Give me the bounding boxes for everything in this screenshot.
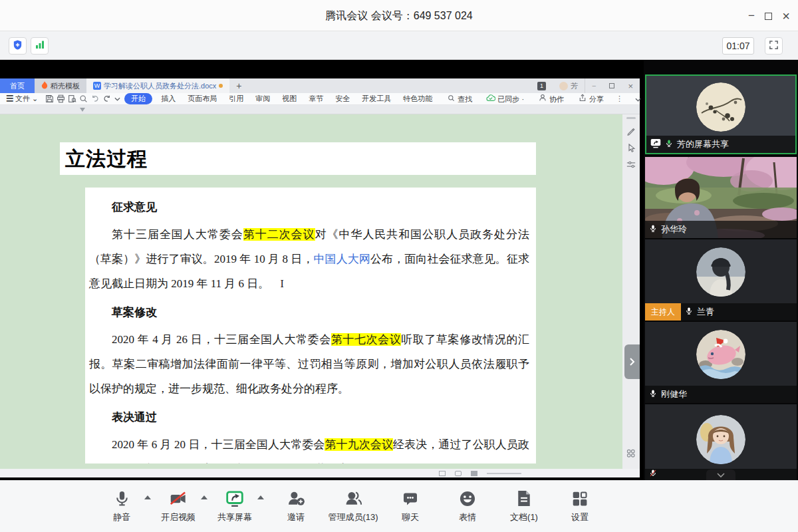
menu-synced[interactable]: 已同步 · [478,93,530,104]
wps-restore-button[interactable] [602,78,621,93]
flame-icon [41,81,48,90]
invite-button[interactable]: 邀请 [266,487,326,523]
undo-icon[interactable] [90,94,100,104]
invite-icon [266,487,326,507]
section-heading: 草案修改 [89,303,529,322]
share-options-caret[interactable] [257,495,264,499]
menu-tab-security[interactable]: 安全 [329,94,356,104]
section-heading: 征求意见 [89,198,529,217]
participant-name-bar: 主持人 兰青 [645,303,797,321]
scrollbar-top-thumb[interactable] [626,117,636,119]
window-title: 腾讯会议 会议号：649 537 024 [0,0,798,31]
document-title-text: 立法过程 [60,142,536,173]
participant-name: 孙华玲 [661,223,687,235]
avatar [696,247,745,297]
shared-screen-region: 首页 稻壳模板 W 学习解读公职人员政务处分法.docx + 1 芳 − × [0,60,644,480]
menu-tab-section[interactable]: 章节 [303,94,329,104]
security-shield-button[interactable] [9,37,27,55]
menu-tab-review[interactable]: 审阅 [249,94,276,104]
more-tools-chevron-icon[interactable] [114,94,120,104]
wps-tab-document[interactable]: W 学习解读公职人员政务处分法.docx [86,78,229,93]
tune-settings-icon[interactable] [626,160,636,172]
user-avatar-icon [559,82,568,90]
participant-name-bar: 刚健华 [645,386,797,403]
page-view-icon[interactable] [439,471,446,476]
menu-tab-references[interactable]: 引用 [223,94,249,104]
window-restore-button[interactable] [765,13,772,20]
members-icon [323,487,383,507]
collaborate-person-icon [537,93,548,102]
avatar [696,415,745,464]
print-preview-icon[interactable] [68,94,76,104]
menu-tab-page-layout[interactable]: 页面布局 [182,94,223,104]
menu-tab-dev-tools[interactable]: 开发工具 [356,94,397,104]
share-screen-button[interactable]: 共享屏幕 [205,487,265,523]
chat-button[interactable]: 聊天 [380,487,440,523]
participant-tile-host[interactable]: 主持人 兰青 [645,239,797,321]
start-video-button[interactable]: 开启视频 [148,487,208,523]
menu-more[interactable]: ⋮ [610,94,629,103]
menu-tab-view[interactable]: 视图 [276,94,303,104]
hyperlink-text[interactable]: 中国人大网 [313,253,370,265]
microphone-icon [685,306,693,319]
network-quality-button[interactable] [31,37,49,55]
zoom-slider[interactable] [487,473,521,474]
panel-collapse-chevron[interactable] [706,469,735,480]
wps-minimize-button[interactable]: − [585,78,602,93]
outline-view-icon[interactable] [471,471,477,476]
participant-name: 刚健华 [661,388,687,400]
panel-expand-handle[interactable] [624,344,640,379]
wps-window-count-badge[interactable]: 1 [531,78,553,93]
word-doc-icon: W [93,82,101,90]
menu-tab-insert[interactable]: 插入 [155,94,182,104]
wps-new-tab-button[interactable]: + [229,78,248,93]
settings-button[interactable]: 设置 [550,487,610,523]
menu-tab-special-features[interactable]: 特色功能 [397,94,438,104]
annotate-pen-icon[interactable] [626,126,636,138]
host-badge: 主持人 [645,303,681,321]
manage-members-button[interactable]: 管理成员(13) [323,487,383,523]
settings-icon [550,487,610,507]
emoji-button[interactable]: 表情 [438,487,497,523]
wps-side-toolbar [622,114,640,469]
wps-user-avatar[interactable]: 芳 [553,78,585,93]
text-run: 第十三届全国人大常委会 [112,228,243,241]
ruler-indent-marker[interactable] [80,108,85,112]
search-icon [446,93,456,102]
menu-collaborate[interactable]: 协作 [530,93,570,104]
wps-status-bar [0,469,640,477]
section-heading: 表决通过 [89,408,529,427]
participant-tile[interactable] [645,404,797,480]
participant-tile-sharer[interactable]: 芳的屏幕共享 [645,74,797,154]
window-minimize-button[interactable]: − [745,9,758,23]
web-view-icon[interactable] [455,471,462,476]
wps-tab-templates[interactable]: 稻壳模板 [35,78,86,93]
wps-menu-bar: ☰ 文件 ⌄ 开始 插入 页面布局 引用 审阅 视图 章节 安全 开发工具 特色… [0,93,640,105]
participant-tile[interactable]: 刚健华 [645,322,797,403]
save-icon[interactable] [45,94,54,104]
menu-share[interactable]: 分享 [570,93,610,104]
avatar [696,82,745,132]
find-replace-icon[interactable] [79,94,88,104]
menu-find[interactable]: 查找 [438,93,478,104]
wps-hamburger-menu[interactable]: ☰ 文件 ⌄ [0,94,44,104]
fullscreen-icon [769,40,779,53]
highlighted-text: 第十二次会议 [243,228,315,241]
print-icon[interactable] [57,94,65,104]
participant-tile-video[interactable]: 孙华玲 [645,157,797,238]
window-title-bar: 腾讯会议 会议号：649 537 024 − × [0,0,798,31]
window-close-button[interactable]: × [779,9,793,23]
fullscreen-button[interactable] [765,37,783,55]
docs-button[interactable]: 文档(1) [494,487,554,523]
section-paragraph: 2020 年 4 月 26 日，十三届全国人大常委会第十七次会议听取了草案修改情… [89,327,529,401]
menu-tab-start[interactable]: 开始 [124,93,152,104]
grid-view-icon[interactable] [626,448,636,461]
highlighted-text: 第十七次会议 [331,333,401,346]
participant-name: 芳的屏幕共享 [677,138,729,150]
mute-button[interactable]: 静音 [92,487,152,523]
wps-tab-home[interactable]: 首页 [0,78,35,93]
redo-icon[interactable] [102,94,112,104]
wps-close-button[interactable]: × [621,78,640,93]
meeting-timer: 01:07 [722,37,754,55]
select-cursor-icon[interactable] [627,144,636,156]
